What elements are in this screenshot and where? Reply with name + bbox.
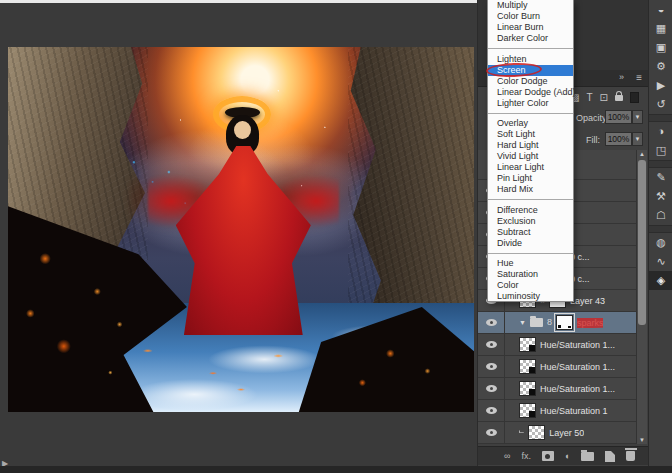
fill-dropdown-icon[interactable]: ▼ [632,132,643,146]
fill-value[interactable]: 100% [605,132,632,146]
blend-mode-item-luminosity[interactable]: Luminosity [488,291,573,302]
visibility-toggle[interactable] [478,422,505,443]
layer-thumbnail-transparent[interactable] [528,425,545,440]
blend-mode-item-pin-light[interactable]: Pin Light [488,173,573,184]
new-group-icon[interactable] [581,452,594,461]
delete-layer-icon[interactable] [626,451,635,461]
dock-separator [649,114,672,122]
disclosure-triangle-icon[interactable]: ▼ [519,319,526,326]
layers-panel-icon[interactable]: ◈ [649,271,672,290]
actions-panel-icon[interactable]: ▶ [649,76,672,95]
layer-row-hue-saturation-1[interactable]: Hue/Saturation 1 [478,400,636,422]
layer-row-hue-saturation-1-[interactable]: Hue/Saturation 1... [478,378,636,400]
scrollbar-thumb[interactable] [638,160,646,325]
styles-panel-icon[interactable]: ◳ [649,141,672,160]
visibility-toggle[interactable] [478,378,505,399]
menu-separator [488,195,573,205]
eye-icon[interactable] [486,341,497,348]
adjustment-layer-icon[interactable]: ◐ [565,452,570,461]
blend-mode-item-linear-burn[interactable]: Linear Burn [488,22,573,33]
blend-mode-item-linear-dodge-add-[interactable]: Linear Dodge (Add) [488,87,573,98]
new-layer-icon[interactable] [605,451,615,462]
blend-mode-item-vivid-light[interactable]: Vivid Light [488,151,573,162]
document-canvas-image[interactable] [8,47,474,412]
blend-mode-item-lighten[interactable]: Lighten [488,54,573,65]
blend-mode-item-lighter-color[interactable]: Lighter Color [488,98,573,109]
blend-mode-item-screen[interactable]: Screen [488,65,573,76]
eye-icon[interactable] [486,407,497,414]
lock-position-icon[interactable]: ⊡ [600,93,608,103]
layer-mask-icon[interactable] [542,451,554,461]
layer-row-layer-50[interactable]: ⌐Layer 50 [478,422,636,444]
lock-all-icon[interactable] [615,95,623,101]
scroll-up-icon[interactable]: ▲ [637,151,647,157]
layer-row-sparks[interactable]: ▼8sparks [478,312,636,334]
layer-mask-thumbnail-partial[interactable] [519,403,536,418]
layer-name[interactable]: Layer 50 [549,428,584,438]
color-panel-icon[interactable]: ◒ [649,0,672,19]
group-folder-icon[interactable] [530,318,543,327]
visibility-toggle[interactable] [478,400,505,421]
blend-mode-item-hue[interactable]: Hue [488,258,573,269]
swatches-panel-icon[interactable]: ▦ [649,19,672,38]
blend-mode-item-multiply[interactable]: Multiply [488,0,573,11]
clipping-mask-icon[interactable]: ⌐ [519,428,524,438]
visibility-toggle[interactable] [478,312,505,333]
adjustments-panel-icon[interactable]: ◑ [649,122,672,141]
clone-source-panel-icon[interactable]: ☖ [649,206,672,225]
opacity-value[interactable]: 100% [605,110,632,124]
tool-presets-panel-icon[interactable]: ⚒ [649,187,672,206]
blend-mode-item-color[interactable]: Color [488,280,573,291]
layer-mask-thumbnail-partial[interactable] [519,359,536,374]
blend-mode-item-darker-color[interactable]: Darker Color [488,33,573,44]
layer-row-hue-saturation-1-[interactable]: Hue/Saturation 1... [478,334,636,356]
layer-mask-thumbnail-partial[interactable] [519,337,536,352]
blend-mode-item-subtract[interactable]: Subtract [488,227,573,238]
layer-mask-thumbnail-partial[interactable] [519,381,536,396]
blend-mode-item-hard-light[interactable]: Hard Light [488,140,573,151]
window-bottom-strip [0,466,672,473]
layer-row-content: Hue/Saturation 1... [505,381,636,396]
fill-label: Fill: [586,135,600,145]
layer-name[interactable]: Hue/Saturation 1... [540,362,615,372]
blend-mode-item-exclusion[interactable]: Exclusion [488,216,573,227]
visibility-toggle[interactable] [478,356,505,377]
channels-panel-icon[interactable]: ▣ [649,38,672,57]
eye-icon[interactable] [486,319,497,326]
opacity-dropdown-icon[interactable]: ▼ [632,110,643,124]
visibility-toggle[interactable] [478,334,505,355]
scroll-down-icon[interactable]: ▼ [637,437,647,443]
paths-panel-icon[interactable]: ∿ [649,252,672,271]
layer-name[interactable]: Hue/Saturation 1... [540,384,615,394]
layer-row-hue-saturation-1-[interactable]: Hue/Saturation 1... [478,356,636,378]
blend-mode-item-hard-mix[interactable]: Hard Mix [488,184,573,195]
layer-row-content: Hue/Saturation 1... [505,337,636,352]
blend-mode-item-difference[interactable]: Difference [488,205,573,216]
eye-icon[interactable] [486,363,497,370]
blend-mode-item-color-dodge[interactable]: Color Dodge [488,76,573,87]
panel-menu-icon[interactable]: ≡ [636,72,642,83]
blend-mode-item-divide[interactable]: Divide [488,238,573,249]
eye-icon[interactable] [486,429,497,436]
blend-mode-item-saturation[interactable]: Saturation [488,269,573,280]
blend-mode-item-soft-light[interactable]: Soft Light [488,129,573,140]
layer-name[interactable]: sparks [577,318,604,328]
3d-panel-icon[interactable]: ◍ [649,233,672,252]
layer-name[interactable]: Hue/Saturation 1 [540,406,608,416]
collapse-panel-icon[interactable]: » [619,72,623,82]
lock-type-icon[interactable]: T [587,93,593,103]
layer-name[interactable]: Hue/Saturation 1... [540,340,615,350]
layer-name[interactable]: Layer 43 [570,296,605,306]
blend-mode-item-overlay[interactable]: Overlay [488,118,573,129]
link-layers-icon[interactable]: ∞ [504,452,510,461]
blend-mode-item-color-burn[interactable]: Color Burn [488,11,573,22]
layer-style-fx-icon[interactable]: fx. [521,452,531,461]
brush-panel-icon[interactable]: ✎ [649,168,672,187]
eye-icon[interactable] [486,385,497,392]
layers-scrollbar[interactable]: ▲ ▼ [636,150,647,444]
layer-mask-thumbnail-selected[interactable] [556,315,573,330]
mask-link-icon[interactable]: 8 [547,318,552,327]
tools-panel-icon[interactable]: ⚙ [649,57,672,76]
blend-mode-item-linear-light[interactable]: Linear Light [488,162,573,173]
history-panel-icon[interactable]: ↺ [649,95,672,114]
